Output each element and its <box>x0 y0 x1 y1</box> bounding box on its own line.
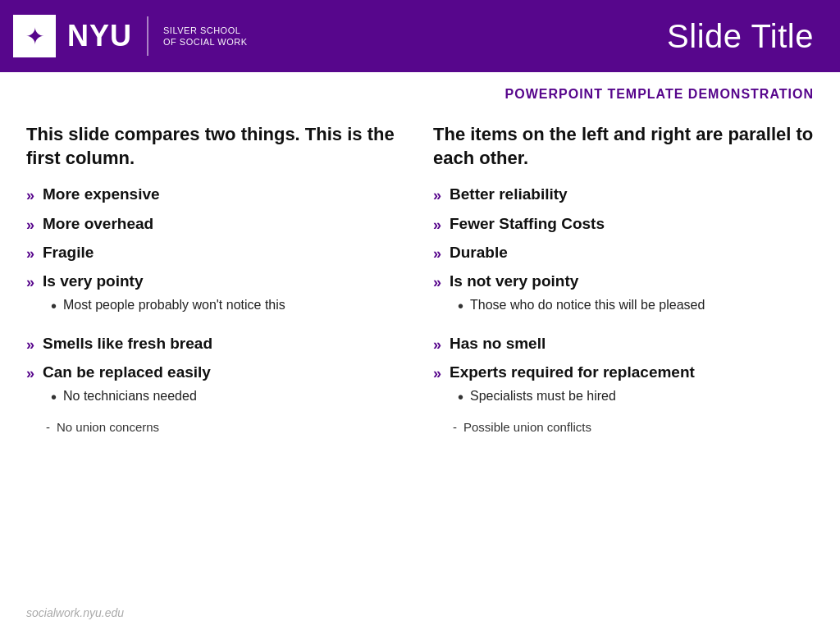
school-line1: SILVER SCHOOL <box>163 25 248 36</box>
sub-sub-list-item: - Possible union conflicts <box>453 418 591 436</box>
chevron-icon: » <box>433 336 441 354</box>
sub-sub-bullet-list: - No union concerns <box>46 418 159 437</box>
right-column-heading: The items on the left and right are para… <box>433 123 814 170</box>
item-label: More expensive <box>43 185 160 205</box>
sub-item-label: No technicians needed <box>63 387 197 405</box>
sub-list-item: • Most people probably won't notice this <box>51 296 285 317</box>
item-label: More overhead <box>43 214 153 235</box>
list-item: » Can be replaced easily • No technician… <box>26 363 407 440</box>
chevron-icon: » <box>433 186 441 205</box>
nyu-wordmark: NYU <box>67 21 132 51</box>
sub-bullet-list: • Most people probably won't notice this <box>51 296 285 321</box>
school-line2: OF SOCIAL WORK <box>163 36 248 48</box>
sub-sub-bullet-list: - Possible union conflicts <box>453 418 591 437</box>
left-column-heading: This slide compares two things. This is … <box>26 123 407 170</box>
sub-sub-item-label: Possible union conflicts <box>463 418 591 436</box>
item-label: Can be replaced easily <box>43 363 211 383</box>
sub-item-label: Most people probably won't notice this <box>63 296 285 314</box>
logo-area: ✦ NYU SILVER SCHOOL OF SOCIAL WORK <box>13 15 248 57</box>
left-bullet-list: » More expensive » More overhead » Fragi… <box>26 185 407 448</box>
list-item: » Better reliability <box>433 185 814 205</box>
chevron-icon: » <box>433 244 441 263</box>
item-label: Has no smell <box>450 334 546 354</box>
item-label: Smells like fresh bread <box>43 334 212 354</box>
item-label: Fragile <box>43 243 94 263</box>
list-item: » Is very pointy • Most people probably … <box>26 272 407 325</box>
item-label: Is very pointy <box>43 272 144 292</box>
list-item: » More overhead <box>26 214 407 235</box>
right-column: The items on the left and right are para… <box>433 123 814 596</box>
item-label: Durable <box>450 243 508 263</box>
list-item: » Durable <box>433 243 814 263</box>
chevron-icon: » <box>26 273 34 292</box>
dash-icon: - <box>46 418 50 436</box>
left-column: This slide compares two things. This is … <box>26 123 407 596</box>
footer-text: socialwork.nyu.edu <box>26 606 124 619</box>
list-item: » Smells like fresh bread <box>26 334 407 354</box>
page-wrapper: ✦ NYU SILVER SCHOOL OF SOCIAL WORK Slide… <box>0 0 840 630</box>
torch-icon: ✦ <box>25 23 44 50</box>
item-label: Fewer Staffing Costs <box>450 214 605 235</box>
sub-bullet-list: • Specialists must be hired <box>458 387 616 412</box>
header: ✦ NYU SILVER SCHOOL OF SOCIAL WORK Slide… <box>0 0 840 72</box>
nyu-torch-box: ✦ <box>13 15 56 57</box>
subtitle-bar: POWERPOINT TEMPLATE DEMONSTRATION <box>0 72 840 110</box>
slide-title-text: Slide Title <box>667 18 814 54</box>
subtitle-text: POWERPOINT TEMPLATE DEMONSTRATION <box>505 87 814 101</box>
sub-list-item: • Those who do notice this will be pleas… <box>458 296 705 317</box>
sub-item-label: Those who do notice this will be pleased <box>470 296 705 314</box>
slide-title: Slide Title <box>667 18 814 55</box>
list-item: » Fragile <box>26 243 407 263</box>
chevron-icon: » <box>433 273 441 292</box>
list-item: » Fewer Staffing Costs <box>433 214 814 235</box>
list-item: » Has no smell <box>433 334 814 354</box>
dot-icon: • <box>458 294 463 317</box>
sub-sub-item-label: No union concerns <box>57 418 159 436</box>
sub-bullet-list: • No technicians needed <box>51 387 197 412</box>
chevron-icon: » <box>433 216 441 235</box>
list-item: » Is not very pointy • Those who do noti… <box>433 272 814 325</box>
footer: socialwork.nyu.edu <box>0 596 840 630</box>
sub-bullet-list: • Those who do notice this will be pleas… <box>458 296 705 321</box>
sub-list-item: • No technicians needed <box>51 387 197 409</box>
dash-icon: - <box>453 418 457 436</box>
sub-sub-list-item: - No union concerns <box>46 418 159 436</box>
list-item: » Experts required for replacement • Spe… <box>433 363 814 440</box>
chevron-icon: » <box>26 336 34 354</box>
item-label: Experts required for replacement <box>450 363 695 383</box>
vertical-divider <box>147 16 148 56</box>
main-content: This slide compares two things. This is … <box>0 110 840 596</box>
chevron-icon: » <box>26 364 34 383</box>
dot-icon: • <box>458 386 463 409</box>
chevron-icon: » <box>26 186 34 205</box>
dot-icon: • <box>51 386 57 409</box>
dot-icon: • <box>51 294 57 317</box>
chevron-icon: » <box>26 216 34 235</box>
sub-item-label: Specialists must be hired <box>470 387 616 405</box>
list-item: » More expensive <box>26 185 407 205</box>
right-bullet-list: » Better reliability » Fewer Staffing Co… <box>433 185 814 448</box>
chevron-icon: » <box>26 244 34 263</box>
sub-list-item: • Specialists must be hired <box>458 387 616 409</box>
item-label: Better reliability <box>450 185 568 205</box>
nyu-text: NYU <box>67 21 132 51</box>
chevron-icon: » <box>433 364 441 383</box>
item-label: Is not very pointy <box>450 272 578 292</box>
school-name-block: SILVER SCHOOL OF SOCIAL WORK <box>163 25 248 48</box>
